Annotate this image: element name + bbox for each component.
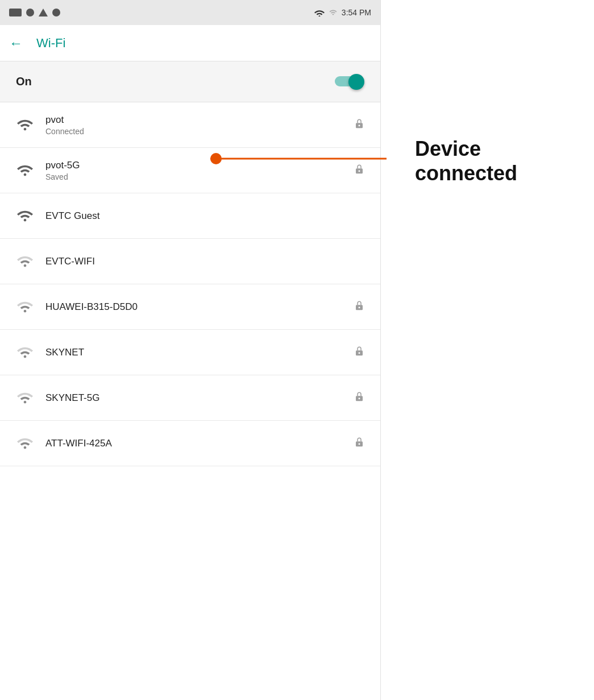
network-name: pvot [45,114,354,126]
status-bar: 3:54 PM [0,0,380,25]
network-info: EVTC-WIFI [39,256,369,267]
network-item[interactable]: HUAWEI-B315-D5D0 [0,284,380,330]
lock-icon [354,345,364,359]
lock-icon [354,436,364,450]
network-status: Connected [45,127,354,136]
status-bar-left [9,9,60,16]
lock-icon [354,118,364,132]
circle-icon [26,9,34,16]
annotation-area: Device connected [381,0,594,208]
network-item[interactable]: SKYNET [0,330,380,375]
svg-point-1 [359,125,360,126]
network-info: SKYNET-5G [39,392,354,404]
phone-frame: 3:54 PM ← Wi-Fi On pvot Connected [0,0,381,700]
wifi-signal-icon [11,299,39,315]
network-name: ATT-WIFI-425A [45,438,354,449]
network-name: HUAWEI-B315-D5D0 [45,301,354,313]
signal-icon [329,9,337,16]
network-item[interactable]: EVTC-WIFI [0,239,380,284]
network-info: SKYNET [39,347,354,358]
svg-point-11 [359,443,360,445]
face-icon [52,9,60,16]
wifi-toggle-label: On [16,75,32,88]
status-time: 3:54 PM [342,8,371,17]
lock-icon [354,300,364,314]
network-info: HUAWEI-B315-D5D0 [39,301,354,313]
network-name: SKYNET [45,347,354,358]
network-name: EVTC Guest [45,210,369,222]
network-item[interactable]: ATT-WIFI-425A [0,421,380,466]
wifi-signal-icon [11,254,39,270]
lock-icon [354,391,364,405]
wifi-signal-icon [11,208,39,224]
wifi-toggle-switch[interactable] [335,74,364,90]
wifi-signal-icon [11,117,39,133]
network-list: pvot Connected pvot-5G Saved [0,102,380,700]
svg-point-3 [359,170,360,172]
page-title: Wi-Fi [36,36,65,51]
network-info: pvot Connected [39,114,354,136]
svg-point-7 [359,352,360,354]
svg-point-13 [210,153,222,164]
network-name: EVTC-WIFI [45,256,369,267]
network-name: SKYNET-5G [45,392,354,404]
wifi-signal-icon [11,345,39,361]
svg-point-9 [359,397,360,399]
toggle-thumb [348,74,364,90]
network-item[interactable]: EVTC Guest [0,193,380,239]
svg-point-5 [359,306,360,308]
warning-icon [39,9,48,16]
media-icon [9,9,22,16]
back-button[interactable]: ← [9,35,23,51]
wifi-signal-icon [11,163,39,179]
wifi-status-icon [314,9,325,16]
wifi-toggle-row[interactable]: On [0,61,380,102]
status-bar-right: 3:54 PM [314,8,371,17]
network-info: ATT-WIFI-425A [39,438,354,449]
network-info: EVTC Guest [39,210,369,222]
network-status: Saved [45,172,354,181]
annotation-label: Device connected [415,136,517,185]
network-item[interactable]: pvot Connected [0,102,380,148]
network-item[interactable]: SKYNET-5G [0,375,380,421]
app-header: ← Wi-Fi [0,25,380,61]
wifi-signal-icon [11,390,39,406]
wifi-signal-icon [11,436,39,452]
annotation-arrow [210,150,404,167]
